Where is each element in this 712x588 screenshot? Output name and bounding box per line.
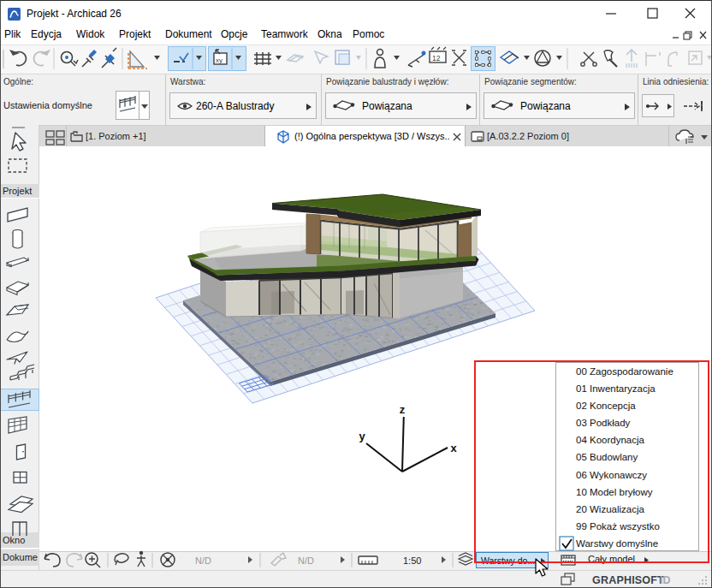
svg-text:y: y [359,430,365,442]
svg-text:x: x [450,442,457,454]
svg-text:12: 12 [432,54,441,62]
svg-text:xy: xy [216,56,222,64]
svg-text:z: z [400,403,406,416]
